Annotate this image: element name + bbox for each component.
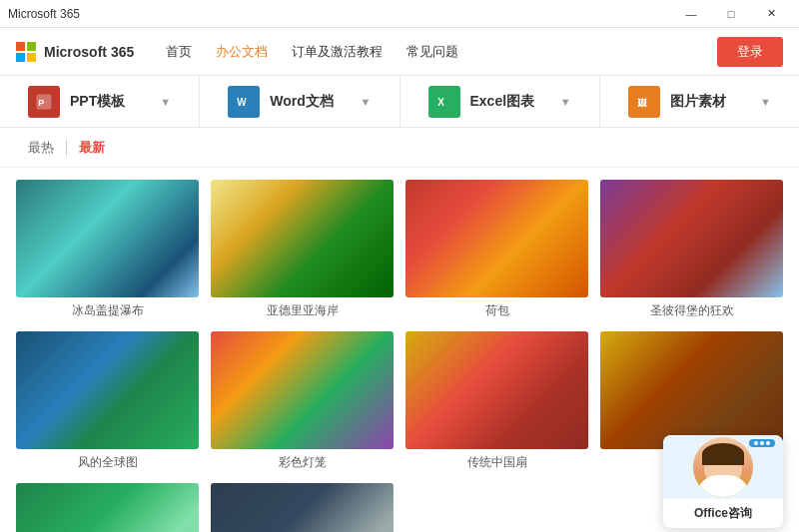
list-item[interactable] bbox=[211, 483, 394, 532]
image-thumb bbox=[211, 331, 394, 449]
list-item[interactable]: 传统中国扇 bbox=[405, 331, 588, 471]
cat-ppt-label: PPT模板 bbox=[70, 93, 125, 111]
chat-label: Office咨询 bbox=[663, 499, 783, 528]
cat-ppt[interactable]: P PPT模板 ▼ bbox=[0, 76, 200, 127]
minimize-button[interactable]: — bbox=[671, 0, 711, 28]
cat-excel[interactable]: X Excel图表 ▼ bbox=[400, 76, 600, 127]
nav-office[interactable]: 办公文档 bbox=[216, 43, 268, 61]
maximize-button[interactable]: □ bbox=[711, 0, 751, 28]
excel-icon: X bbox=[428, 86, 460, 118]
cat-word[interactable]: W Word文档 ▼ bbox=[200, 76, 400, 127]
image-thumb bbox=[600, 331, 783, 449]
svg-text:W: W bbox=[238, 97, 248, 108]
image-caption: 亚德里亚海岸 bbox=[211, 302, 394, 319]
filter-hot[interactable]: 最热 bbox=[16, 128, 66, 167]
image-thumb bbox=[600, 180, 783, 297]
cat-img[interactable]: 🖼 图片素材 ▼ bbox=[600, 76, 799, 127]
ppt-arrow-icon: ▼ bbox=[160, 96, 171, 108]
svg-text:🖼: 🖼 bbox=[636, 98, 646, 108]
image-caption: 彩色灯笼 bbox=[211, 454, 394, 471]
word-icon: W bbox=[228, 86, 260, 118]
img-arrow-icon: ▼ bbox=[760, 96, 771, 108]
list-item[interactable] bbox=[16, 483, 199, 532]
image-thumb bbox=[405, 180, 588, 297]
nav-home[interactable]: 首页 bbox=[166, 43, 192, 61]
cat-excel-label: Excel图表 bbox=[470, 93, 535, 111]
list-item[interactable]: 彩色灯笼 bbox=[211, 331, 394, 471]
svg-text:X: X bbox=[437, 97, 444, 108]
list-item[interactable]: 亚德里亚海岸 bbox=[211, 180, 394, 319]
cat-word-label: Word文档 bbox=[270, 93, 334, 111]
filter-bar: 最热 最新 bbox=[0, 128, 799, 168]
ppt-icon: P bbox=[28, 86, 60, 118]
image-caption: 荷包 bbox=[405, 302, 588, 319]
image-caption: 冰岛盖提瀑布 bbox=[16, 302, 199, 319]
image-thumb bbox=[211, 483, 394, 532]
image-thumb bbox=[405, 331, 588, 449]
logo-icon bbox=[16, 42, 36, 62]
image-caption: 圣彼得堡的狂欢 bbox=[600, 302, 783, 319]
svg-text:P: P bbox=[38, 98, 44, 108]
image-thumb bbox=[211, 180, 394, 297]
nav-links: 首页 办公文档 订单及激活教程 常见问题 bbox=[166, 43, 717, 61]
category-bar: P PPT模板 ▼ W Word文档 ▼ X Excel图表 ▼ 🖼 图片素材 … bbox=[0, 76, 799, 128]
list-item[interactable]: 圣彼得堡的狂欢 bbox=[600, 180, 783, 319]
list-item[interactable]: 冰岛盖提瀑布 bbox=[16, 180, 199, 319]
list-item[interactable]: 荷包 bbox=[405, 180, 588, 319]
chat-avatar-area bbox=[663, 435, 783, 499]
list-item[interactable]: 风的全球图 bbox=[16, 331, 199, 471]
chat-widget[interactable]: Office咨询 bbox=[663, 435, 783, 528]
image-caption: 风的全球图 bbox=[16, 454, 199, 471]
image-thumb bbox=[16, 483, 199, 532]
word-arrow-icon: ▼ bbox=[361, 96, 372, 108]
logo-text: Microsoft 365 bbox=[44, 44, 134, 60]
image-thumb bbox=[16, 180, 199, 297]
cat-img-label: 图片素材 bbox=[670, 93, 726, 111]
logo: Microsoft 365 bbox=[16, 42, 134, 62]
nav-order[interactable]: 订单及激活教程 bbox=[292, 43, 383, 61]
image-thumb bbox=[16, 331, 199, 449]
image-caption: 传统中国扇 bbox=[405, 454, 588, 471]
img-icon: 🖼 bbox=[628, 86, 660, 118]
login-button[interactable]: 登录 bbox=[717, 37, 783, 67]
window-title: Microsoft 365 bbox=[8, 7, 80, 21]
excel-arrow-icon: ▼ bbox=[560, 96, 571, 108]
close-button[interactable]: ✕ bbox=[751, 0, 791, 28]
chat-bubble-icon bbox=[749, 439, 775, 447]
nav-faq[interactable]: 常见问题 bbox=[406, 43, 458, 61]
filter-new[interactable]: 最新 bbox=[67, 128, 117, 167]
